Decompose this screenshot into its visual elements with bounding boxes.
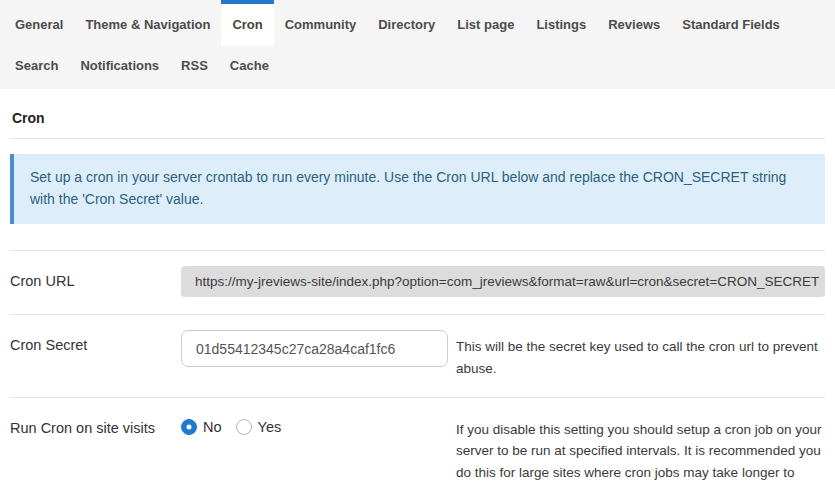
tab-search[interactable]: Search: [4, 46, 69, 89]
tab-general[interactable]: General: [4, 0, 74, 46]
tab-theme-navigation[interactable]: Theme & Navigation: [74, 0, 221, 46]
cron-secret-label: Cron Secret: [10, 330, 181, 353]
tab-listings[interactable]: Listings: [525, 0, 597, 46]
tab-row-2: SearchNotificationsRSSCache: [4, 46, 831, 89]
radio-yes-icon[interactable]: [236, 419, 252, 435]
tab-reviews[interactable]: Reviews: [597, 0, 671, 46]
radio-label-no: No: [203, 419, 222, 435]
tab-directory[interactable]: Directory: [367, 0, 446, 46]
page-title: Cron: [12, 110, 823, 126]
radio-option-no[interactable]: No: [181, 419, 222, 435]
tab-cron[interactable]: Cron: [221, 0, 273, 46]
cron-secret-input[interactable]: [181, 330, 448, 367]
tab-community[interactable]: Community: [274, 0, 368, 46]
cron-url-label: Cron URL: [10, 266, 181, 289]
tab-row-1: GeneralTheme & NavigationCronCommunityDi…: [4, 0, 831, 46]
run-cron-row: Run Cron on site visits NoYes If you dis…: [10, 397, 825, 482]
tab-standard-fields[interactable]: Standard Fields: [671, 0, 791, 46]
cron-url-row: Cron URL https://my-jreviews-site/index.…: [10, 250, 825, 314]
run-cron-label: Run Cron on site visits: [10, 413, 181, 436]
divider: [10, 138, 825, 139]
cron-secret-help: This will be the secret key used to call…: [456, 330, 825, 379]
settings-tab-bar: GeneralTheme & NavigationCronCommunityDi…: [0, 0, 835, 89]
tab-cache[interactable]: Cache: [219, 46, 280, 89]
run-cron-help: If you disable this setting you should s…: [456, 413, 825, 482]
run-cron-radio-group: NoYes: [181, 413, 456, 435]
tab-notifications[interactable]: Notifications: [69, 46, 170, 89]
cron-settings-panel: Cron Set up a cron in your server cronta…: [0, 110, 835, 482]
cron-secret-row: Cron Secret This will be the secret key …: [10, 314, 825, 396]
cron-url-value: https://my-jreviews-site/index.php?optio…: [181, 266, 825, 297]
radio-option-yes[interactable]: Yes: [236, 419, 282, 435]
radio-no-icon[interactable]: [181, 419, 197, 435]
tab-rss[interactable]: RSS: [170, 46, 219, 89]
cron-info-message: Set up a cron in your server crontab to …: [10, 154, 825, 224]
tab-list-page[interactable]: List page: [446, 0, 525, 46]
radio-label-yes: Yes: [258, 419, 282, 435]
